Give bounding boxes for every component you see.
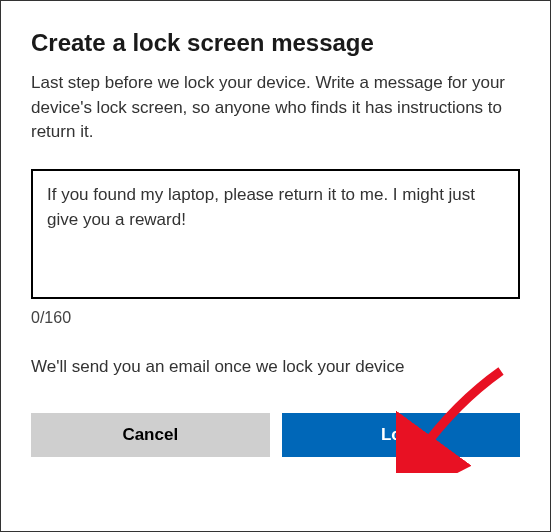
character-counter: 0/160 — [31, 309, 520, 327]
dialog-title: Create a lock screen message — [31, 29, 520, 57]
lock-message-input[interactable] — [31, 169, 520, 299]
dialog-description: Last step before we lock your device. Wr… — [31, 71, 520, 145]
lock-message-dialog: Create a lock screen message Last step b… — [1, 1, 550, 481]
lock-button[interactable]: Lock — [282, 413, 521, 457]
info-text: We'll send you an email once we lock you… — [31, 357, 520, 377]
button-row: Cancel Lock — [31, 413, 520, 457]
cancel-button[interactable]: Cancel — [31, 413, 270, 457]
